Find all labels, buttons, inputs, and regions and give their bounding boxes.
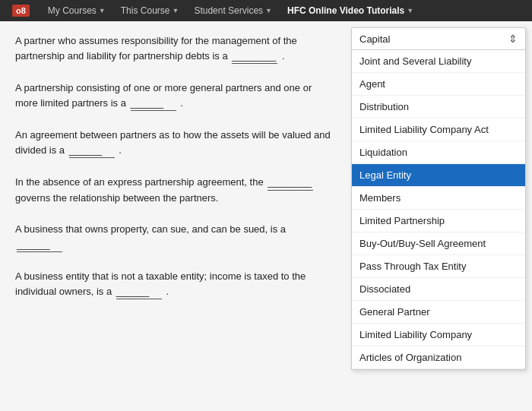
question-1: A partner who assumes responsibility for… bbox=[15, 33, 336, 64]
dropdown-item-6[interactable]: Members bbox=[352, 187, 525, 210]
dropdown-item-12[interactable]: Limited Liability Company bbox=[352, 324, 525, 346]
navbar-item-this-course[interactable]: This Course ▼ bbox=[115, 2, 185, 19]
navbar-item-my-courses[interactable]: My Courses ▼ bbox=[42, 2, 112, 19]
question-5-blank: ______ bbox=[17, 237, 62, 253]
main-content: A partner who assumes responsibility for… bbox=[0, 21, 532, 411]
question-1-text-after: . bbox=[282, 50, 285, 62]
dropdown-item-10[interactable]: Dissociated bbox=[352, 278, 525, 301]
dropdown-arrow-icon: ⇕ bbox=[508, 33, 518, 45]
question-6-blank: ______ bbox=[116, 284, 162, 300]
dropdown-item-13[interactable]: Articles of Organization bbox=[352, 346, 525, 369]
navbar-logo: o8 bbox=[6, 2, 39, 20]
dropdown-item-8[interactable]: Buy-Out/Buy-Sell Agreement bbox=[352, 232, 525, 255]
this-course-chevron: ▼ bbox=[172, 7, 179, 14]
navbar-item-hfc-tutorials[interactable]: HFC Online Video Tutorials ▼ bbox=[281, 2, 420, 19]
question-3: An agreement between partners as to how … bbox=[15, 128, 336, 158]
question-2: A partnership consisting of one or more … bbox=[15, 81, 336, 111]
question-3-text-before: An agreement between partners as to how … bbox=[15, 129, 331, 156]
question-2-blank: ______ bbox=[131, 96, 176, 112]
question-6: A business entity that is not a taxable … bbox=[15, 269, 336, 299]
question-4-blank: ________ bbox=[268, 175, 313, 191]
student-services-label: Student Services bbox=[194, 5, 263, 16]
my-courses-label: My Courses bbox=[48, 5, 97, 16]
question-3-blank: ______ bbox=[69, 143, 115, 159]
hfc-tutorials-chevron: ▼ bbox=[407, 7, 413, 14]
dropdown-list: Joint and Several LiabilityAgentDistribu… bbox=[352, 50, 525, 369]
dropdown-panel: Capital ⇕ Joint and Several LiabilityAge… bbox=[351, 27, 526, 370]
dropdown-header[interactable]: Capital ⇕ bbox=[352, 28, 525, 50]
dropdown-item-0[interactable]: Joint and Several Liability bbox=[352, 50, 525, 73]
question-4-text-before: In the absence of an express partnership… bbox=[15, 176, 264, 188]
questions-panel: A partner who assumes responsibility for… bbox=[0, 21, 351, 411]
question-5: A business that owns property, can sue, … bbox=[15, 222, 336, 252]
dropdown-item-4[interactable]: Liquidation bbox=[352, 141, 525, 164]
dropdown-item-11[interactable]: General Partner bbox=[352, 301, 525, 324]
question-2-text-after: . bbox=[180, 97, 183, 109]
question-5-text-before: A business that owns property, can sue, … bbox=[15, 223, 286, 235]
question-4-text-after: governs the relationship between the par… bbox=[15, 192, 218, 204]
dropdown-item-5[interactable]: Legal Entity bbox=[352, 164, 525, 187]
navbar: o8 My Courses ▼ This Course ▼ Student Se… bbox=[0, 0, 532, 21]
my-courses-chevron: ▼ bbox=[99, 7, 106, 14]
question-3-text-after: . bbox=[119, 144, 122, 156]
question-4: In the absence of an express partnership… bbox=[15, 175, 336, 205]
this-course-label: This Course bbox=[121, 5, 170, 16]
dropdown-header-text: Capital bbox=[359, 33, 390, 45]
navbar-item-student-services[interactable]: Student Services ▼ bbox=[188, 2, 278, 19]
dropdown-item-1[interactable]: Agent bbox=[352, 73, 525, 96]
dropdown-item-3[interactable]: Limited Liability Company Act bbox=[352, 119, 525, 141]
hfc-tutorials-label: HFC Online Video Tutorials bbox=[287, 5, 404, 16]
logo-badge: o8 bbox=[12, 5, 30, 17]
dropdown-item-7[interactable]: Limited Partnership bbox=[352, 210, 525, 232]
question-6-text-after: . bbox=[166, 286, 169, 297]
student-services-chevron: ▼ bbox=[265, 7, 272, 14]
question-1-blank: ________ bbox=[232, 49, 277, 65]
dropdown-item-2[interactable]: Distribution bbox=[352, 96, 525, 119]
dropdown-item-9[interactable]: Pass Through Tax Entity bbox=[352, 255, 525, 278]
